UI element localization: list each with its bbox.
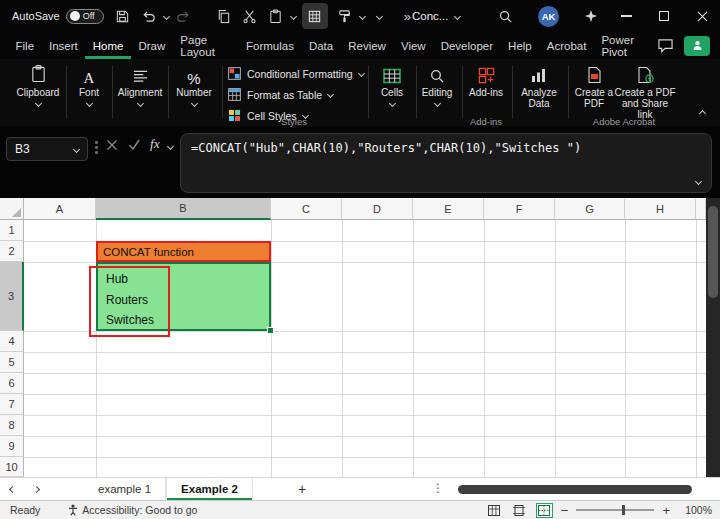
undo-icon[interactable] (136, 3, 162, 29)
save-icon[interactable] (110, 3, 136, 29)
menu-acrobat[interactable]: Acrobat (539, 32, 594, 59)
format-as-table-button[interactable]: Format as Table (228, 87, 333, 102)
create-pdf-button[interactable]: Create a PDF (572, 64, 616, 109)
vertical-scrollbar-thumb[interactable] (708, 206, 718, 298)
column-header-c[interactable]: C (271, 198, 342, 220)
column-header-b[interactable]: B (96, 198, 271, 220)
sheet-nav-right-icon[interactable] (24, 478, 48, 501)
format-painter-icon[interactable] (332, 3, 358, 29)
share-button[interactable] (684, 36, 710, 56)
row-header-9[interactable]: 9 (0, 436, 24, 457)
sheet-tab-example-1[interactable]: example 1 (84, 478, 166, 501)
create-pdf-share-button[interactable]: Create a PDF and Share link (614, 64, 676, 120)
paste-chevron-icon[interactable] (290, 12, 297, 19)
maximize-button[interactable] (646, 0, 682, 32)
name-box[interactable]: B3 (6, 137, 88, 161)
autosave-switch[interactable]: Off (66, 9, 104, 24)
document-title-group[interactable]: Conc... (412, 10, 460, 22)
column-header-g[interactable]: G (555, 198, 625, 220)
accessibility-status[interactable]: Accessibility: Good to go (68, 504, 197, 516)
menu-page-layout[interactable]: Page Layout (173, 32, 239, 59)
cells-area[interactable]: CONCAT function Hub Routers Switches (24, 220, 706, 477)
column-header-a[interactable]: A (24, 198, 96, 220)
collapse-ribbon-icon[interactable] (699, 110, 706, 117)
clipboard-group-button[interactable]: Clipboard (12, 64, 64, 106)
menu-power-pivot[interactable]: Power Pivot (594, 32, 657, 59)
ribbon-options-chevron-icon[interactable] (376, 12, 383, 19)
select-all-button[interactable] (0, 198, 24, 220)
expand-formula-bar-icon[interactable] (695, 178, 702, 185)
cut-icon[interactable] (237, 3, 263, 29)
paste-icon[interactable] (263, 3, 289, 29)
quick-access-overflow-icon[interactable]: » (404, 9, 411, 24)
row-header-6[interactable]: 6 (0, 373, 24, 394)
column-header-d[interactable]: D (342, 198, 413, 220)
number-group-button[interactable]: % Number (170, 64, 218, 106)
enter-icon[interactable] (128, 139, 141, 151)
create-pdf-label: Create a PDF (572, 87, 616, 109)
row-header-7[interactable]: 7 (0, 394, 24, 415)
comments-icon[interactable] (657, 38, 674, 53)
page-break-view-icon[interactable] (536, 503, 553, 518)
horizontal-scrollbar-thumb[interactable] (458, 485, 692, 494)
zoom-in-button[interactable]: + (662, 503, 670, 518)
menu-help[interactable]: Help (501, 32, 540, 59)
sheet-nav-left-icon[interactable] (0, 478, 24, 501)
column-header-partial[interactable] (696, 198, 706, 220)
tab-bar-more-icon[interactable]: ⋮ (432, 481, 444, 495)
menu-home[interactable]: Home (85, 32, 131, 59)
row-header-8[interactable]: 8 (0, 415, 24, 436)
column-header-f[interactable]: F (484, 198, 555, 220)
normal-view-icon[interactable] (486, 503, 503, 518)
font-group-button[interactable]: A Font (68, 64, 110, 106)
insert-function-button[interactable]: fx (150, 136, 160, 152)
conditional-formatting-button[interactable]: Conditional Formatting (228, 66, 364, 81)
row-header-10[interactable]: 10 (0, 457, 24, 477)
row-header-2[interactable]: 2 (0, 241, 24, 262)
zoom-slider[interactable] (576, 509, 654, 511)
analyze-data-button[interactable]: Analyze Data (514, 64, 564, 109)
formula-input[interactable]: =CONCAT("Hub",CHAR(10),"Routers",CHAR(10… (180, 133, 712, 193)
menu-view[interactable]: View (393, 32, 433, 59)
zoom-slider-knob[interactable] (622, 505, 625, 515)
sheet-tab-example-2[interactable]: Example 2 (166, 478, 253, 501)
cells-group-button[interactable]: Cells (370, 64, 414, 106)
alignment-group-button[interactable]: Alignment (114, 64, 166, 106)
addins-button[interactable]: Add-ins (463, 64, 509, 98)
redo-icon[interactable] (171, 3, 197, 29)
vertical-scrollbar[interactable] (706, 198, 720, 477)
page-layout-view-icon[interactable] (511, 503, 528, 518)
quick-access-grid-icon[interactable] (302, 3, 328, 29)
menu-formulas[interactable]: Formulas (238, 32, 301, 59)
column-header-e[interactable]: E (413, 198, 484, 220)
cell-b2[interactable]: CONCAT function (96, 241, 271, 262)
formula-bar-drag-handle[interactable] (95, 141, 98, 154)
format-painter-chevron-icon[interactable] (359, 12, 366, 19)
row-header-5[interactable]: 5 (0, 352, 24, 373)
menu-developer[interactable]: Developer (433, 32, 500, 59)
menu-file[interactable]: File (8, 32, 42, 59)
search-icon[interactable] (492, 3, 518, 29)
sparkle-icon[interactable] (578, 3, 604, 29)
zoom-level[interactable]: 100% (678, 504, 712, 516)
autosave-toggle[interactable]: AutoSave Off (12, 9, 104, 24)
menu-insert[interactable]: Insert (42, 32, 86, 59)
row-header-3[interactable]: 3 (0, 262, 24, 331)
new-sheet-button[interactable]: + (289, 478, 315, 501)
fill-handle[interactable] (267, 327, 274, 334)
insert-function-chevron-icon[interactable] (167, 143, 174, 150)
copy-icon[interactable] (211, 3, 237, 29)
menu-review[interactable]: Review (341, 32, 394, 59)
account-avatar[interactable]: AK (538, 6, 559, 27)
menu-data[interactable]: Data (301, 32, 340, 59)
minimize-button[interactable] (608, 0, 644, 32)
menu-draw[interactable]: Draw (131, 32, 173, 59)
row-header-4[interactable]: 4 (0, 331, 24, 352)
close-button[interactable] (684, 0, 720, 32)
editing-group-button[interactable]: Editing (414, 64, 460, 106)
row-header-1[interactable]: 1 (0, 220, 24, 241)
undo-chevron-icon[interactable] (163, 12, 170, 19)
cancel-icon[interactable] (106, 139, 118, 151)
column-header-h[interactable]: H (625, 198, 696, 220)
zoom-out-button[interactable]: − (561, 503, 569, 518)
